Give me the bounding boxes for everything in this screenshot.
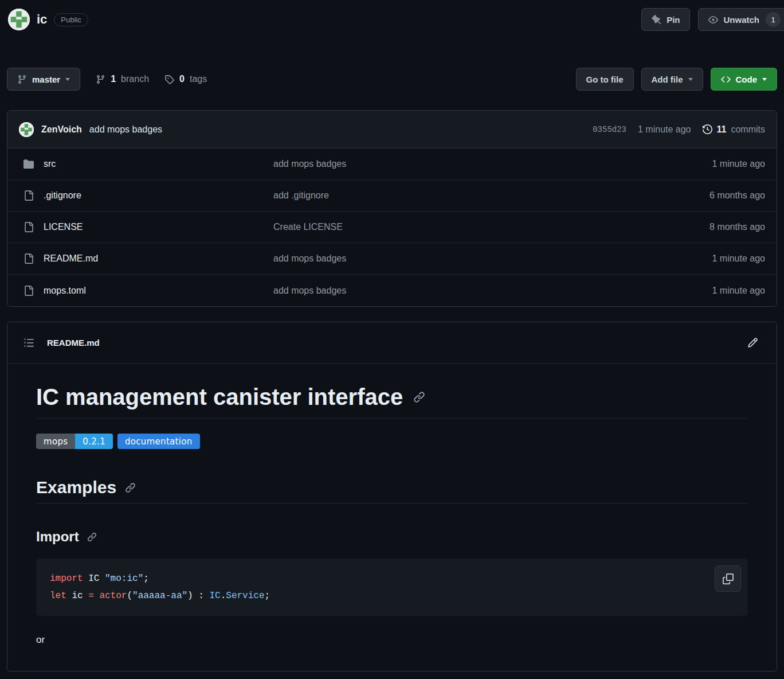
add-file-label: Add file [652, 75, 683, 84]
unwatch-button[interactable]: Unwatch 1 [698, 8, 784, 31]
branch-count: 1 [111, 74, 116, 84]
heading-link-icon[interactable] [125, 482, 136, 493]
branch-selector[interactable]: master [7, 68, 80, 91]
badge-row: mops 0.2.1 documentation [36, 434, 748, 449]
repo-actions: Pin Unwatch 1 [641, 8, 784, 31]
heading-link-icon[interactable] [87, 532, 97, 542]
readme-title-heading: IC management canister interface [36, 384, 748, 419]
code-button-label: Code [736, 75, 758, 84]
code-token: let [50, 591, 66, 601]
commit-message-link[interactable]: add mops badges [273, 286, 645, 296]
code-token: ( [127, 591, 132, 601]
commit-message-link[interactable]: add .gitignore [273, 190, 645, 201]
commit-message-link[interactable]: add mops badges [273, 159, 645, 169]
commit-meta: 0355d23 1 minute ago 11 commits [593, 124, 765, 135]
tags-link[interactable]: 0 tags [164, 74, 207, 84]
watch-counter: 1 [766, 12, 781, 27]
readme-panel: README.md IC management canister interfa… [7, 322, 777, 672]
readme-body: IC management canister interface mops 0.… [7, 364, 777, 671]
mops-version-badge[interactable]: mops 0.2.1 [36, 434, 113, 449]
file-icon [23, 253, 34, 264]
code-line: let ic = actor("aaaaa-aa") : IC.Service; [50, 587, 734, 604]
unwatch-button-label: Unwatch [723, 15, 759, 25]
file-updated-time: 1 minute ago [645, 253, 765, 264]
commit-history-link[interactable]: 11 commits [703, 124, 765, 135]
table-row[interactable]: README.md add mops badges 1 minute ago [7, 243, 777, 275]
table-row[interactable]: mops.toml add mops badges 1 minute ago [7, 275, 777, 306]
repo-name[interactable]: ic [37, 12, 47, 27]
repo-title-group: ic Public [8, 9, 88, 30]
commit-message-link[interactable]: add mops badges [273, 253, 645, 264]
readme-title: IC management canister interface [36, 384, 403, 410]
code-block: import IC "mo:ic"; let ic = actor("aaaaa… [36, 559, 748, 616]
pin-button-label: Pin [667, 15, 680, 25]
code-token: IC [210, 591, 221, 601]
table-row[interactable]: src add mops badges 1 minute ago [7, 149, 777, 180]
chevron-down-icon [65, 78, 70, 81]
code-token: : [193, 591, 210, 601]
list-unordered-icon[interactable] [23, 337, 34, 348]
commit-sha[interactable]: 0355d23 [593, 125, 626, 134]
copy-icon [723, 573, 734, 584]
code-token: "aaaaa-aa" [132, 591, 187, 601]
latest-commit-bar: ZenVoich add mops badges 0355d23 1 minut… [7, 111, 777, 149]
readme-header: README.md [7, 322, 777, 364]
import-heading-text: Import [36, 529, 79, 545]
table-row[interactable]: LICENSE Create LICENSE 8 months ago [7, 212, 777, 243]
code-line: import IC "mo:ic"; [50, 570, 734, 587]
examples-heading: Examples [36, 478, 748, 504]
repo-header: ic Public Pin Unwatch 1 [0, 0, 784, 31]
file-updated-time: 1 minute ago [645, 286, 765, 296]
code-content: import IC "mo:ic"; let ic = actor("aaaaa… [50, 570, 734, 604]
folder-icon [23, 159, 34, 169]
repo-avatar[interactable] [8, 9, 30, 30]
code-token: ) [187, 591, 193, 601]
code-token: actor [99, 591, 127, 601]
file-name-cell: src [23, 159, 273, 169]
repo-toolbar: master 1 branch 0 tags Go to file Add fi… [0, 68, 784, 91]
code-token: import [50, 573, 83, 584]
file-updated-time: 6 months ago [645, 190, 765, 201]
pin-button[interactable]: Pin [641, 8, 690, 31]
tag-count: 0 [179, 74, 185, 84]
code-token: = [88, 591, 94, 601]
go-to-file-label: Go to file [586, 75, 624, 84]
commit-author[interactable]: ZenVoich [41, 124, 82, 135]
copy-button[interactable] [715, 565, 741, 592]
commit-time: 1 minute ago [638, 124, 691, 135]
code-button[interactable]: Code [711, 68, 778, 91]
commit-author-avatar[interactable] [19, 122, 34, 137]
code-token: ic [66, 591, 88, 601]
chevron-down-icon [762, 78, 767, 81]
heading-link-icon[interactable] [413, 391, 425, 403]
code-token [94, 591, 100, 601]
file-link[interactable]: LICENSE [44, 222, 83, 232]
file-link[interactable]: mops.toml [44, 286, 86, 296]
file-table: ZenVoich add mops badges 0355d23 1 minut… [7, 110, 777, 307]
go-to-file-button[interactable]: Go to file [576, 68, 634, 91]
edit-pencil-icon[interactable] [747, 337, 758, 348]
branch-count-label: branch [121, 74, 149, 84]
commit-count: 11 [717, 124, 727, 135]
file-link[interactable]: src [44, 159, 56, 169]
or-text: or [36, 634, 748, 646]
table-row[interactable]: .gitignore add .gitignore 6 months ago [7, 180, 777, 212]
commit-message[interactable]: add mops badges [89, 124, 162, 135]
file-icon [23, 222, 34, 232]
add-file-button[interactable]: Add file [641, 68, 703, 91]
branches-link[interactable]: 1 branch [96, 74, 149, 84]
code-token: . [221, 591, 226, 601]
visibility-badge: Public [54, 13, 88, 26]
file-updated-time: 8 months ago [645, 222, 765, 232]
file-name-cell: LICENSE [23, 222, 273, 232]
readme-filename[interactable]: README.md [47, 338, 100, 348]
file-link[interactable]: .gitignore [44, 190, 81, 201]
mops-badge-label: mops [36, 434, 75, 449]
code-token: "mo:ic" [105, 573, 143, 584]
branch-name: master [32, 75, 60, 84]
toolbar-actions: Go to file Add file Code [576, 68, 778, 91]
commit-message-link[interactable]: Create LICENSE [273, 222, 645, 232]
documentation-badge[interactable]: documentation [117, 434, 200, 449]
commit-count-label: commits [731, 124, 765, 135]
file-link[interactable]: README.md [44, 253, 98, 264]
